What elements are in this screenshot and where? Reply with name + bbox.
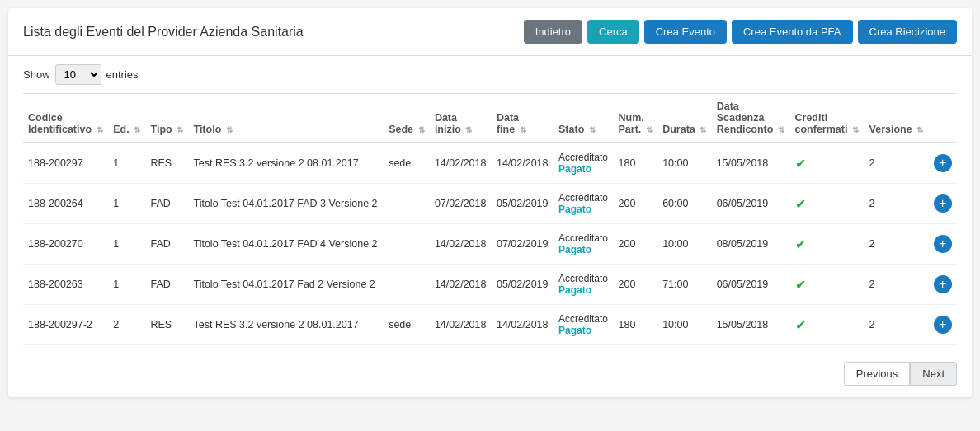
cell-ed: 2 <box>108 305 145 345</box>
cell-codice: 188-200297-2 <box>23 305 108 345</box>
cell-codice: 188-200263 <box>23 265 108 305</box>
cell-crediti: ✔ <box>790 184 865 224</box>
cell-stato: AccreditatoPagato <box>554 265 614 305</box>
plus-button[interactable]: + <box>934 154 952 172</box>
plus-button[interactable]: + <box>934 275 952 293</box>
col-actions <box>929 94 957 143</box>
cell-action: + <box>929 184 957 224</box>
cell-ed: 1 <box>108 184 145 224</box>
cell-durata: 10:00 <box>657 224 712 265</box>
cell-data-scadenza: 06/05/2019 <box>712 265 790 305</box>
cell-stato: AccreditatoPagato <box>554 184 614 224</box>
header-buttons: Indietro Cerca Crea Evento Crea Evento d… <box>524 20 957 44</box>
cell-sede <box>384 265 430 305</box>
cell-data-inizio: 14/02/2018 <box>430 305 492 345</box>
table-row: 188-2002971RESTest RES 3.2 versione 2 08… <box>23 143 957 184</box>
cell-num-part: 200 <box>614 224 658 265</box>
cell-versione: 2 <box>865 224 929 265</box>
cell-tipo: FAD <box>146 184 189 224</box>
cell-versione: 2 <box>865 265 929 305</box>
page-title: Lista degli Eventi del Provider Azienda … <box>23 25 304 40</box>
col-ed: Ed. ⇅ <box>108 94 145 143</box>
col-data-fine: Datafine ⇅ <box>492 94 554 143</box>
status-pagato: Pagato <box>558 163 591 175</box>
events-table: CodiceIdentificativo ⇅ Ed. ⇅ Tipo ⇅ Tito… <box>23 93 957 345</box>
plus-button[interactable]: + <box>934 316 952 334</box>
check-icon: ✔ <box>795 237 806 251</box>
col-titolo: Titolo ⇅ <box>188 94 384 143</box>
previous-button[interactable]: Previous <box>844 362 911 386</box>
col-stato: Stato ⇅ <box>554 94 614 143</box>
next-button[interactable]: Next <box>910 362 957 386</box>
status-pagato: Pagato <box>558 325 591 336</box>
status-accreditato: Accreditato <box>558 152 608 163</box>
cerca-button[interactable]: Cerca <box>587 20 639 44</box>
cell-crediti: ✔ <box>790 143 865 184</box>
table-row: 188-2002631FADTitolo Test 04.01.2017 Fad… <box>23 265 957 305</box>
status-pagato: Pagato <box>558 204 591 215</box>
cell-codice: 188-200264 <box>23 184 108 224</box>
crea-evento-button[interactable]: Crea Evento <box>644 20 727 44</box>
cell-stato: AccreditatoPagato <box>554 305 614 345</box>
cell-num-part: 180 <box>614 143 658 184</box>
sort-icon-stato: ⇅ <box>589 125 596 134</box>
cell-ed: 1 <box>108 224 145 265</box>
sort-icon-durata: ⇅ <box>700 125 706 134</box>
crea-riedizione-button[interactable]: Crea Riedizione <box>858 20 958 44</box>
sort-icon-num-part: ⇅ <box>646 125 653 134</box>
col-tipo: Tipo ⇅ <box>146 94 189 143</box>
cell-ed: 1 <box>108 265 145 305</box>
col-crediti: Crediticonfermati ⇅ <box>790 94 865 143</box>
sort-icon-data-inizio: ⇅ <box>465 125 472 134</box>
sort-icon-data-scadenza: ⇅ <box>778 125 784 134</box>
cell-sede: sede <box>384 305 430 345</box>
cell-data-fine: 07/02/2019 <box>492 224 554 265</box>
cell-codice: 188-200297 <box>23 143 108 184</box>
cell-sede <box>384 184 430 224</box>
cell-action: + <box>929 265 957 305</box>
indietro-button[interactable]: Indietro <box>524 20 582 44</box>
col-data-scadenza: DataScadenzaRendiconto ⇅ <box>712 94 790 143</box>
cell-data-scadenza: 15/05/2018 <box>712 143 790 184</box>
cell-crediti: ✔ <box>790 265 865 305</box>
plus-button[interactable]: + <box>934 235 952 253</box>
cell-tipo: RES <box>146 143 189 184</box>
cell-data-inizio: 14/02/2018 <box>430 224 492 265</box>
cell-data-scadenza: 08/05/2019 <box>712 224 790 265</box>
cell-action: + <box>929 143 957 184</box>
col-sede: Sede ⇅ <box>384 94 430 143</box>
cell-ed: 1 <box>108 143 145 184</box>
cell-versione: 2 <box>865 184 929 224</box>
table-body: 188-2002971RESTest RES 3.2 versione 2 08… <box>23 143 957 345</box>
cell-action: + <box>929 305 957 345</box>
cell-titolo: Test RES 3.2 versione 2 08.01.2017 <box>188 305 384 345</box>
table-container: CodiceIdentificativo ⇅ Ed. ⇅ Tipo ⇅ Tito… <box>8 93 972 354</box>
plus-button[interactable]: + <box>934 194 952 213</box>
cell-durata: 71:00 <box>657 265 712 305</box>
status-accreditato: Accreditato <box>558 313 608 325</box>
sort-icon-tipo: ⇅ <box>177 125 183 134</box>
cell-data-fine: 05/02/2019 <box>492 265 554 305</box>
cell-action: + <box>929 224 957 265</box>
crea-evento-pfa-button[interactable]: Crea Evento da PFA <box>732 20 853 44</box>
show-label: Show <box>23 68 50 81</box>
cell-codice: 188-200270 <box>23 224 108 265</box>
col-versione: Versione ⇅ <box>865 94 929 143</box>
check-icon: ✔ <box>795 318 806 332</box>
cell-versione: 2 <box>865 305 929 345</box>
status-accreditato: Accreditato <box>558 192 608 204</box>
col-data-inizio: Datainizio ⇅ <box>430 94 492 143</box>
entries-select[interactable]: 10 25 50 100 <box>55 64 101 85</box>
check-icon: ✔ <box>795 278 806 292</box>
cell-data-scadenza: 06/05/2019 <box>712 184 790 224</box>
table-header-row: CodiceIdentificativo ⇅ Ed. ⇅ Tipo ⇅ Tito… <box>23 94 957 143</box>
cell-stato: AccreditatoPagato <box>554 143 614 184</box>
check-icon: ✔ <box>795 197 806 211</box>
cell-data-inizio: 14/02/2018 <box>430 265 492 305</box>
table-row: 188-2002641FADTitolo Test 04.01.2017 FAD… <box>23 184 957 224</box>
cell-data-scadenza: 15/05/2018 <box>712 305 790 345</box>
cell-data-inizio: 14/02/2018 <box>430 143 492 184</box>
cell-titolo: Titolo Test 04.01.2017 Fad 2 Versione 2 <box>188 265 384 305</box>
cell-versione: 2 <box>865 143 929 184</box>
cell-data-fine: 05/02/2019 <box>492 184 554 224</box>
